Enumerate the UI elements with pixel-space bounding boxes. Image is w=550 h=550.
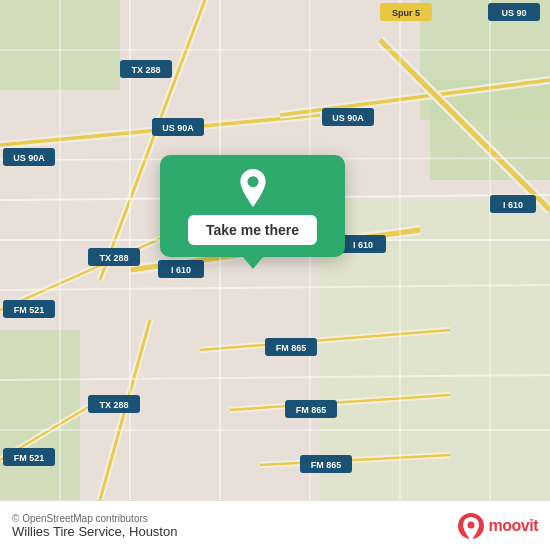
svg-text:I 610: I 610 bbox=[171, 265, 191, 275]
svg-text:FM 521: FM 521 bbox=[14, 453, 45, 463]
svg-text:I 610: I 610 bbox=[353, 240, 373, 250]
svg-text:TX 288: TX 288 bbox=[131, 65, 160, 75]
svg-text:US 90A: US 90A bbox=[13, 153, 45, 163]
bottom-bar: © OpenStreetMap contributors Willies Tir… bbox=[0, 500, 550, 550]
svg-text:US 90: US 90 bbox=[501, 8, 526, 18]
moovit-logo-icon bbox=[457, 512, 485, 540]
bottom-left: © OpenStreetMap contributors Willies Tir… bbox=[12, 513, 177, 539]
map-container: Spur 5 US 90 TX 288 US 90A US 90A US 90A… bbox=[0, 0, 550, 500]
copyright-text: © OpenStreetMap contributors bbox=[12, 513, 177, 524]
moovit-logo: moovit bbox=[457, 512, 538, 540]
svg-text:TX 288: TX 288 bbox=[99, 253, 128, 263]
moovit-label: moovit bbox=[489, 517, 538, 535]
svg-text:FM 865: FM 865 bbox=[296, 405, 327, 415]
svg-text:FM 865: FM 865 bbox=[311, 460, 342, 470]
take-me-there-button[interactable]: Take me there bbox=[188, 215, 317, 245]
svg-text:FM 865: FM 865 bbox=[276, 343, 307, 353]
svg-point-73 bbox=[247, 176, 258, 187]
svg-text:TX 288: TX 288 bbox=[99, 400, 128, 410]
svg-text:US 90A: US 90A bbox=[332, 113, 364, 123]
svg-text:US 90A: US 90A bbox=[162, 123, 194, 133]
svg-text:FM 521: FM 521 bbox=[14, 305, 45, 315]
location-pin-icon bbox=[234, 169, 272, 207]
svg-text:Spur 5: Spur 5 bbox=[392, 8, 420, 18]
svg-rect-4 bbox=[0, 330, 80, 500]
popup-card: Take me there bbox=[160, 155, 345, 257]
location-name: Willies Tire Service, Houston bbox=[12, 524, 177, 539]
svg-text:I 610: I 610 bbox=[503, 200, 523, 210]
svg-point-75 bbox=[467, 521, 474, 528]
